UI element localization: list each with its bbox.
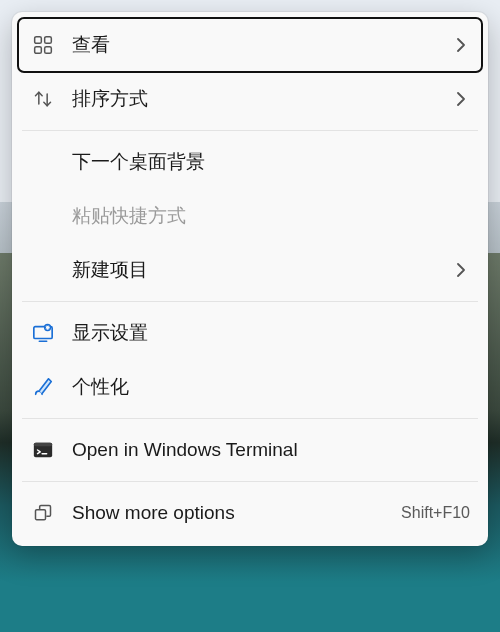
menu-item-label: 下一个桌面背景	[72, 149, 470, 175]
svg-rect-0	[35, 37, 42, 44]
chevron-right-icon	[452, 261, 470, 279]
svg-rect-2	[35, 47, 42, 54]
menu-item-shortcut: Shift+F10	[401, 504, 470, 522]
menu-item-terminal[interactable]: Open in Windows Terminal	[18, 423, 482, 477]
display-settings-icon	[28, 318, 58, 348]
menu-item-label: 显示设置	[72, 320, 470, 346]
menu-item-more-options[interactable]: Show more options Shift+F10	[18, 486, 482, 540]
menu-divider	[22, 130, 478, 131]
menu-divider	[22, 301, 478, 302]
chevron-right-icon	[452, 36, 470, 54]
menu-item-sort[interactable]: 排序方式	[18, 72, 482, 126]
menu-item-view[interactable]: 查看	[18, 18, 482, 72]
menu-item-personalize[interactable]: 个性化	[18, 360, 482, 414]
view-grid-icon	[28, 30, 58, 60]
menu-item-label: Show more options	[72, 502, 401, 524]
menu-item-label: Open in Windows Terminal	[72, 439, 470, 461]
svg-rect-3	[45, 47, 52, 54]
menu-item-label: 粘贴快捷方式	[72, 203, 470, 229]
svg-rect-8	[36, 510, 46, 520]
menu-divider	[22, 418, 478, 419]
svg-rect-1	[45, 37, 52, 44]
chevron-right-icon	[452, 90, 470, 108]
menu-item-label: 新建项目	[72, 257, 452, 283]
more-options-icon	[28, 498, 58, 528]
menu-item-label: 排序方式	[72, 86, 452, 112]
menu-item-paste-shortcut: 粘贴快捷方式	[18, 189, 482, 243]
blank-icon	[28, 147, 58, 177]
svg-rect-7	[34, 443, 52, 447]
menu-item-new[interactable]: 新建项目	[18, 243, 482, 297]
blank-icon	[28, 201, 58, 231]
menu-item-next-background[interactable]: 下一个桌面背景	[18, 135, 482, 189]
desktop-context-menu: 查看 排序方式 下一个桌面背景 粘贴快捷方式 新建项目	[12, 12, 488, 546]
sort-icon	[28, 84, 58, 114]
paintbrush-icon	[28, 372, 58, 402]
menu-divider	[22, 481, 478, 482]
terminal-icon	[28, 435, 58, 465]
menu-item-label: 个性化	[72, 374, 470, 400]
menu-item-display-settings[interactable]: 显示设置	[18, 306, 482, 360]
blank-icon	[28, 255, 58, 285]
menu-item-label: 查看	[72, 32, 452, 58]
